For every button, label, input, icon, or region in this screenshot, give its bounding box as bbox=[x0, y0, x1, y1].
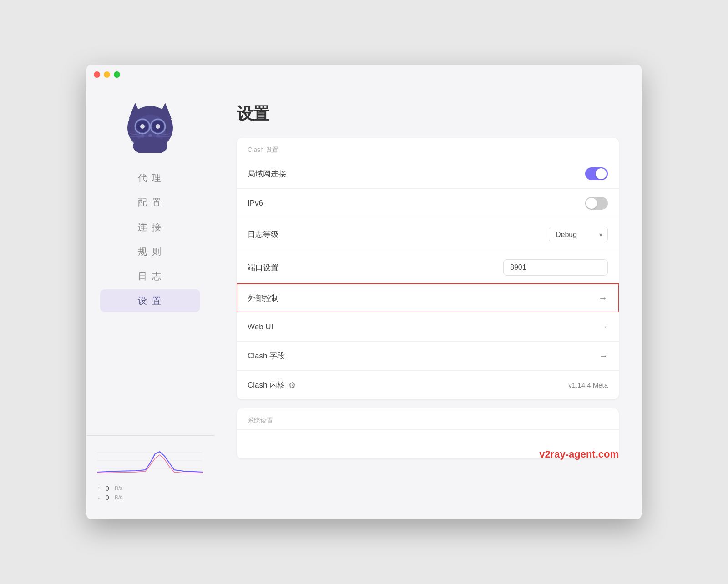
clash-core-gear-icon[interactable]: ⚙ bbox=[288, 380, 296, 390]
main-content: 设置 Clash 设置 局域网连接 IPv6 bbox=[214, 85, 642, 519]
sidebar: 代 理 配 置 连 接 规 则 日 志 设 置 bbox=[86, 85, 214, 519]
clash-core-row: Clash 内核 ⚙ v1.14.4 Meta bbox=[237, 370, 619, 399]
page-title: 设置 bbox=[237, 103, 619, 125]
external-ctrl-row[interactable]: 外部控制 → bbox=[237, 283, 619, 312]
clash-fields-label: Clash 字段 bbox=[248, 351, 285, 361]
traffic-graph bbox=[97, 445, 203, 481]
port-input[interactable] bbox=[503, 259, 608, 276]
upload-stat: ↑ 0 B/s bbox=[97, 485, 203, 492]
external-ctrl-label: 外部控制 bbox=[248, 293, 279, 303]
external-ctrl-arrow-icon: → bbox=[598, 293, 607, 303]
sidebar-item-config[interactable]: 配 置 bbox=[100, 191, 200, 214]
lan-toggle-thumb bbox=[596, 168, 607, 179]
lan-toggle-track bbox=[585, 167, 608, 180]
titlebar bbox=[86, 65, 642, 85]
port-row: 端口设置 bbox=[237, 251, 619, 284]
web-ui-arrow-icon: → bbox=[599, 322, 608, 332]
ipv6-toggle[interactable] bbox=[585, 197, 608, 210]
main-layout: 代 理 配 置 连 接 规 则 日 志 设 置 bbox=[86, 85, 642, 519]
traffic-stats: ↑ 0 B/s ↓ 0 B/s bbox=[97, 485, 203, 501]
svg-point-11 bbox=[148, 134, 152, 137]
lan-label: 局域网连接 bbox=[248, 169, 286, 179]
clash-fields-arrow-icon: → bbox=[599, 351, 608, 361]
svg-point-9 bbox=[140, 124, 145, 129]
clash-core-label: Clash 内核 ⚙ bbox=[248, 380, 296, 390]
ipv6-label: IPv6 bbox=[248, 199, 263, 208]
app-window: 代 理 配 置 连 接 规 则 日 志 设 置 bbox=[86, 65, 642, 519]
upload-arrow-icon: ↑ bbox=[97, 485, 100, 492]
sidebar-item-rules[interactable]: 规 则 bbox=[100, 240, 200, 263]
web-ui-label: Web UI bbox=[248, 322, 273, 332]
clash-settings-label: Clash 设置 bbox=[237, 138, 619, 159]
clash-core-version: v1.14.4 Meta bbox=[568, 381, 608, 389]
download-stat: ↓ 0 B/s bbox=[97, 494, 203, 501]
logo-area bbox=[121, 94, 180, 153]
watermark: v2ray-agent.com bbox=[539, 448, 619, 460]
nav-items: 代 理 配 置 连 接 规 则 日 志 设 置 bbox=[86, 166, 214, 435]
log-level-row: 日志等级 Debug Info Warning Error Silent bbox=[237, 218, 619, 251]
log-level-label: 日志等级 bbox=[248, 229, 278, 240]
sidebar-item-proxy[interactable]: 代 理 bbox=[100, 166, 200, 189]
ipv6-row: IPv6 bbox=[237, 188, 619, 218]
lan-row: 局域网连接 bbox=[237, 159, 619, 188]
port-label: 端口设置 bbox=[248, 262, 278, 273]
app-logo bbox=[121, 94, 180, 153]
ipv6-toggle-thumb bbox=[586, 198, 597, 209]
traffic-lights bbox=[94, 71, 120, 78]
sidebar-item-connections[interactable]: 连 接 bbox=[100, 216, 200, 238]
clash-settings-card: Clash 设置 局域网连接 IPv6 bbox=[237, 138, 619, 399]
minimize-button[interactable] bbox=[104, 71, 110, 78]
sidebar-traffic: ↑ 0 B/s ↓ 0 B/s bbox=[86, 435, 214, 510]
system-settings-label: 系统设置 bbox=[237, 408, 619, 429]
close-button[interactable] bbox=[94, 71, 100, 78]
maximize-button[interactable] bbox=[114, 71, 120, 78]
download-arrow-icon: ↓ bbox=[97, 494, 100, 501]
web-ui-row[interactable]: Web UI → bbox=[237, 312, 619, 341]
ipv6-toggle-track bbox=[585, 197, 608, 210]
lan-toggle[interactable] bbox=[585, 167, 608, 180]
sidebar-item-settings[interactable]: 设 置 bbox=[100, 289, 200, 312]
log-level-select[interactable]: Debug Info Warning Error Silent bbox=[549, 227, 608, 242]
clash-fields-row[interactable]: Clash 字段 → bbox=[237, 341, 619, 370]
svg-point-10 bbox=[156, 124, 160, 129]
sidebar-item-logs[interactable]: 日 志 bbox=[100, 265, 200, 287]
log-level-dropdown-wrapper: Debug Info Warning Error Silent bbox=[549, 227, 608, 242]
